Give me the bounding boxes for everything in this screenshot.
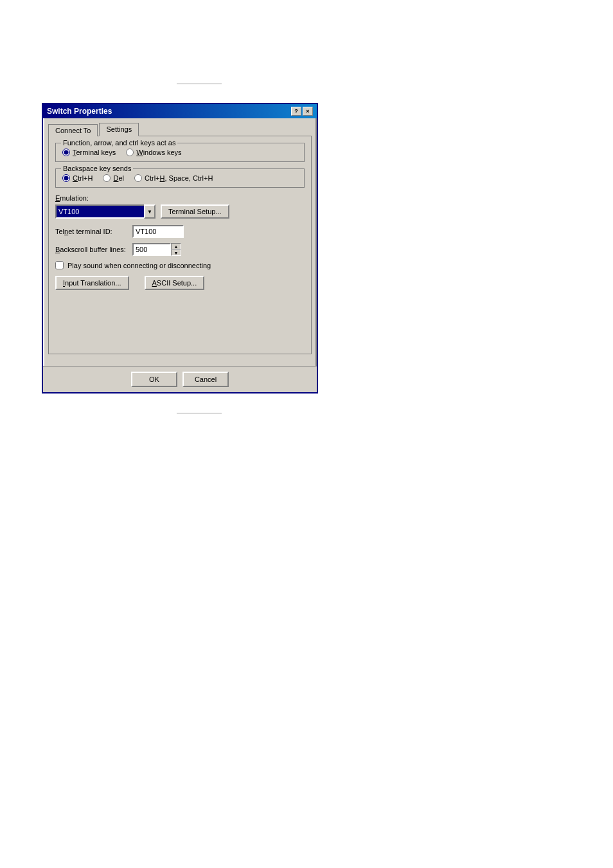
del-radio-item: Del <box>103 174 124 182</box>
backspace-group: Backspace key sends Ctrl+H Del <box>55 168 305 188</box>
ctrl-h-radio-item: Ctrl+H <box>62 174 93 182</box>
terminal-keys-label: Terminal keys <box>73 149 116 156</box>
bottom-buttons: OK Cancel <box>43 366 317 392</box>
spinner-up-button[interactable]: ▲ <box>171 243 181 249</box>
action-buttons-row: Input Translation... ASCII Setup... <box>55 276 305 290</box>
spinner-down-button[interactable]: ▼ <box>171 249 181 256</box>
emulation-label: Emulation: <box>55 194 305 202</box>
windows-keys-label: Windows keys <box>136 149 181 156</box>
function-keys-radio-row: Terminal keys Windows keys <box>62 149 298 156</box>
function-keys-group: Function, arrow, and ctrl keys act as Te… <box>55 143 305 162</box>
title-bar-buttons: ? × <box>291 107 313 116</box>
help-button[interactable]: ? <box>291 107 301 116</box>
windows-keys-radio-item: Windows keys <box>126 149 181 156</box>
windows-keys-radio[interactable] <box>126 149 134 156</box>
backscroll-label: Backscroll buffer lines: <box>55 246 132 253</box>
emulation-select-wrapper: VT100 VT52 ANSI ▼ <box>55 204 155 219</box>
emulation-select[interactable]: VT100 VT52 ANSI <box>55 204 145 219</box>
backspace-group-label: Backspace key sends <box>61 165 133 172</box>
play-sound-checkbox[interactable] <box>55 261 64 269</box>
emulation-section: Emulation: VT100 VT52 ANSI ▼ Terminal Se… <box>55 194 305 219</box>
ctrl-h-space-radio[interactable] <box>134 174 142 182</box>
tab-content-settings: Function, arrow, and ctrl keys act as Te… <box>48 136 312 354</box>
switch-properties-window: Switch Properties ? × Connect To Setting… <box>42 103 318 393</box>
tab-connect-to[interactable]: Connect To <box>48 124 98 136</box>
telnet-terminal-id-input[interactable] <box>132 225 184 238</box>
del-radio[interactable] <box>103 174 111 182</box>
telnet-terminal-id-label: Telnet terminal ID: <box>55 228 132 235</box>
ok-button[interactable]: OK <box>131 372 177 387</box>
terminal-keys-radio-item: Terminal keys <box>62 149 116 156</box>
terminal-keys-radio[interactable] <box>62 149 70 156</box>
backspace-radio-row: Ctrl+H Del Ctrl+H, Space, Ctrl+H <box>62 174 298 182</box>
telnet-terminal-id-row: Telnet terminal ID: <box>55 225 305 238</box>
tab-settings[interactable]: Settings <box>99 123 139 136</box>
select-arrow-icon[interactable]: ▼ <box>144 204 155 219</box>
close-button[interactable]: × <box>303 107 313 116</box>
title-bar: Switch Properties ? × <box>43 104 317 118</box>
backscroll-row: Backscroll buffer lines: ▲ ▼ <box>55 243 305 256</box>
window-title: Switch Properties <box>47 107 112 116</box>
spinner-arrows: ▲ ▼ <box>171 243 181 256</box>
ctrl-h-label: Ctrl+H <box>73 174 93 182</box>
ascii-setup-button[interactable]: ASCII Setup... <box>145 276 205 290</box>
ctrl-h-space-label: Ctrl+H, Space, Ctrl+H <box>145 174 213 182</box>
backscroll-spinner: ▲ ▼ <box>132 243 181 256</box>
del-label: Del <box>113 174 124 182</box>
ctrl-h-space-radio-item: Ctrl+H, Space, Ctrl+H <box>134 174 213 182</box>
ctrl-h-radio[interactable] <box>62 174 70 182</box>
play-sound-row: Play sound when connecting or disconnect… <box>55 261 305 269</box>
terminal-setup-button[interactable]: Terminal Setup... <box>161 204 229 219</box>
input-translation-button[interactable]: Input Translation... <box>55 276 129 290</box>
window-content: Connect To Settings Function, arrow, and… <box>43 118 317 359</box>
emulation-row: VT100 VT52 ANSI ▼ Terminal Setup... <box>55 204 305 219</box>
backscroll-input[interactable] <box>132 243 171 256</box>
tab-bar: Connect To Settings <box>48 122 312 136</box>
function-keys-label: Function, arrow, and ctrl keys act as <box>61 139 177 147</box>
cancel-button[interactable]: Cancel <box>182 372 229 387</box>
play-sound-label: Play sound when connecting or disconnect… <box>67 262 211 269</box>
